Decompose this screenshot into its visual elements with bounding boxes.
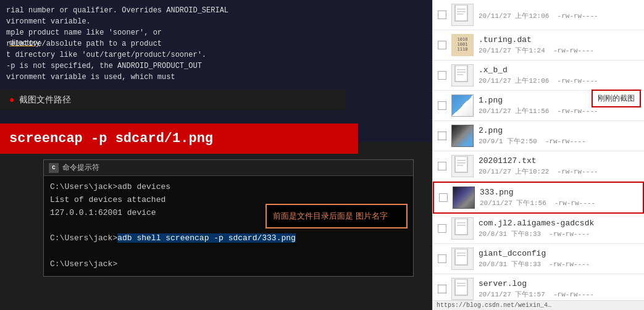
file-info-turing: .turing.dat 20/11/27 下午1:24 -rw-rw----: [479, 35, 639, 55]
file-thumb-giant: [451, 248, 474, 270]
file-meta-txt: 20/11/27 上午10:22 -rw-rw----: [479, 167, 639, 176]
terminal-line-2: vironment variable.: [6, 16, 426, 27]
svg-rect-20: [457, 285, 466, 287]
file-checkbox[interactable]: [439, 193, 448, 202]
screenshot-path-label: 截图文件路径: [19, 94, 71, 104]
file-info-aligames: com.jl2.aligames-gadcsdk 20/8/31 下午8:33 …: [479, 219, 639, 238]
svg-rect-8: [455, 156, 467, 172]
tooltip-text: 刚刚的截图: [598, 94, 635, 103]
svg-rect-18: [455, 279, 467, 295]
svg-rect-2: [457, 11, 466, 12]
svg-rect-10: [457, 162, 466, 164]
file-name-333png: 333.png: [480, 188, 638, 197]
file-thumb-aligames: [451, 217, 474, 240]
file-item-xbd[interactable]: .x_b_d 20/11/27 上午12:06 -rw-rw----: [433, 61, 644, 91]
terminal-line-1: rial number or qualifier. Overrides ANDR…: [6, 5, 426, 16]
screencap-command-text: screencap -p sdcard/1.png: [9, 131, 213, 146]
file-meta: 20/11/27 上午12:06 -rw-rw----: [479, 11, 639, 20]
file-info-xbd: .x_b_d 20/11/27 上午12:06 -rw-rw----: [479, 65, 639, 85]
tooltip-just-screenshot: 刚刚的截图: [592, 90, 641, 107]
file-meta-turing: 20/11/27 下午1:24 -rw-rw----: [479, 46, 639, 55]
cmd-line-blank2: [50, 245, 407, 258]
file-thumb-333png: [453, 186, 475, 209]
file-item-2png[interactable]: 2.png 20/9/1 下午2:50 -rw-rw----: [433, 121, 644, 151]
file-thumb-serverlog: [451, 278, 474, 300]
file-thumb-2png: [451, 125, 474, 147]
file-checkbox[interactable]: [438, 224, 446, 233]
file-name-serverlog: server.log: [479, 279, 639, 288]
file-meta-serverlog: 20/11/27 下午1:57 -rw-rw----: [479, 290, 639, 299]
left-panel: rial number or qualifier. Overrides ANDR…: [0, 0, 432, 310]
screencap-command-bar: screencap -p sdcard/1.png: [0, 124, 358, 154]
terminal-line-3: mple product name like 'sooner', or: [6, 27, 426, 38]
svg-rect-9: [457, 160, 466, 161]
file-info: 20/11/27 上午12:06 -rw-rw----: [479, 10, 639, 20]
turing-bits: 101010011110: [458, 38, 468, 52]
svg-rect-0: [455, 5, 467, 21]
svg-rect-7: [457, 74, 463, 75]
file-info-2png: 2.png 20/9/1 下午2:50 -rw-rw----: [479, 126, 639, 146]
terminal-line-5: t directory like 'out/target/product/soo…: [6, 49, 426, 61]
red-dot-icon: ●: [9, 94, 14, 104]
svg-rect-13: [457, 222, 466, 224]
svg-rect-11: [457, 165, 463, 166]
svg-rect-1: [457, 9, 466, 10]
annotation-box-filedir: 前面是文件目录后面是 图片名字: [266, 204, 408, 228]
terminal-line-4: relative/absolute path to a product: [6, 38, 426, 49]
terminal-background: rial number or qualifier. Overrides ANDR…: [0, 0, 432, 142]
directory-label: directory: [9, 38, 40, 47]
file-item-aligames[interactable]: com.jl2.aligames-gadcsdk 20/8/31 下午8:33 …: [433, 214, 644, 244]
file-checkbox[interactable]: [438, 162, 446, 170]
file-item-txt[interactable]: 20201127.txt 20/11/27 上午10:22 -rw-rw----: [433, 151, 644, 182]
file-item-1png[interactable]: 1.png 20/11/27 上午11:56 -rw-rw---- 刚刚的截图: [433, 91, 644, 121]
file-meta-333png: 20/11/27 下午1:56 -rw-rw----: [480, 198, 638, 207]
file-name-turing: .turing.dat: [479, 35, 639, 44]
file-name-2png: 2.png: [479, 126, 639, 135]
cmd-line-5: C:\Users\jack>: [50, 258, 407, 271]
file-name-giant: giant_dcconfig: [479, 249, 639, 258]
file-name-txt: 20201127.txt: [479, 156, 639, 165]
file-list: 20/11/27 上午12:06 -rw-rw---- 101010011110…: [433, 0, 644, 304]
cmd-titlebar: C 命令提示符: [44, 160, 413, 176]
file-info-giant: giant_dcconfig 20/8/31 下午8:33 -rw-rw----: [479, 249, 639, 269]
svg-rect-6: [457, 72, 466, 73]
file-checkbox[interactable]: [438, 132, 446, 140]
adb-screencap-highlight: adb shell screencap -p sdcard/333.png: [117, 233, 296, 243]
svg-rect-12: [455, 219, 467, 235]
file-checkbox[interactable]: [438, 101, 446, 110]
file-item-giant[interactable]: giant_dcconfig 20/8/31 下午8:33 -rw-rw----: [433, 244, 644, 274]
cmd-icon: C: [49, 163, 59, 173]
file-info-txt: 20201127.txt 20/11/27 上午10:22 -rw-rw----: [479, 156, 639, 176]
file-thumb-turing: 101010011110: [451, 34, 474, 56]
file-item-top[interactable]: 20/11/27 上午12:06 -rw-rw----: [433, 0, 644, 30]
svg-rect-14: [457, 225, 466, 226]
file-thumb-doc: [451, 4, 474, 26]
file-name-aligames: com.jl2.aligames-gadcsdk: [479, 219, 639, 228]
right-panel: 20/11/27 上午12:06 -rw-rw---- 101010011110…: [432, 0, 644, 310]
file-item-333png[interactable]: 333.png 20/11/27 下午1:56 -rw-rw----: [433, 182, 644, 214]
cmd-title-text: 命令提示符: [62, 162, 99, 173]
file-thumb-doc2: [451, 64, 474, 86]
svg-rect-15: [455, 249, 467, 265]
svg-rect-3: [457, 14, 463, 15]
file-info-333png: 333.png 20/11/27 下午1:56 -rw-rw----: [480, 188, 638, 207]
file-meta-1png: 20/11/27 上午11:56 -rw-rw----: [479, 106, 639, 115]
annotation-text: 前面是文件目录后面是 图片名字: [273, 211, 388, 220]
file-meta-giant: 20/8/31 下午8:33 -rw-rw----: [479, 259, 639, 269]
file-checkbox[interactable]: [438, 41, 446, 49]
svg-rect-19: [457, 283, 466, 284]
file-item-turing[interactable]: 101010011110 .turing.dat 20/11/27 下午1:24…: [433, 30, 644, 61]
file-checkbox[interactable]: [438, 254, 446, 263]
cmd-line-1: C:\Users\jack>adb devices: [50, 181, 407, 194]
svg-rect-4: [455, 65, 467, 82]
file-checkbox[interactable]: [438, 10, 446, 19]
file-thumb-txt: [451, 155, 474, 177]
terminal-line-6: -p is not specified, the ANDROID_PRODUCT…: [6, 61, 426, 72]
file-thumb-1png: [451, 94, 474, 117]
file-name-xbd: .x_b_d: [479, 65, 639, 75]
file-checkbox[interactable]: [438, 285, 446, 293]
bottom-url-text: https://blog.csdn.net/weixin_4…: [437, 302, 551, 309]
file-info-serverlog: server.log 20/11/27 下午1:57 -rw-rw----: [479, 279, 639, 299]
file-checkbox[interactable]: [438, 71, 446, 80]
cmd-line-4: C:\Users\jack>adb shell screencap -p sdc…: [50, 232, 407, 245]
